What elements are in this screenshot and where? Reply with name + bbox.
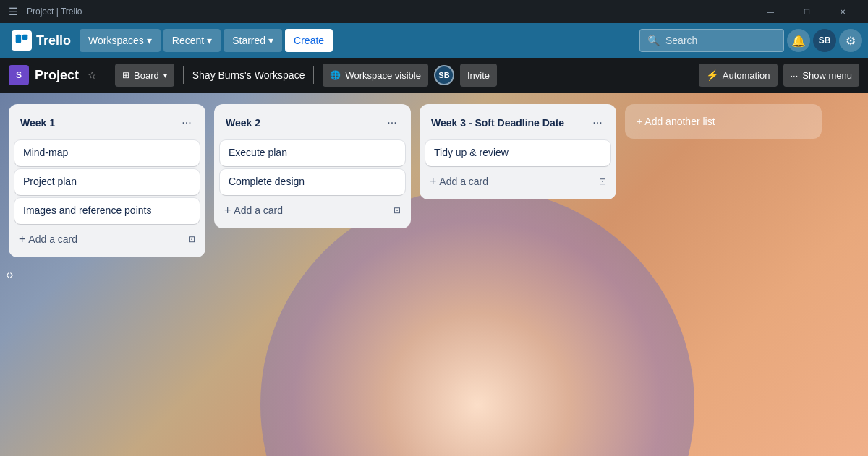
list-week2: Week 2 ··· Execute plan ⤢ Complete desig… <box>214 104 411 228</box>
card-text: Execute plan <box>229 146 389 160</box>
star-icon[interactable]: ☆ <box>88 69 97 81</box>
list-title-week2: Week 2 <box>226 117 382 129</box>
list-header-week2: Week 2 ··· <box>220 110 405 136</box>
list-header-week1: Week 1 ··· <box>14 110 200 136</box>
template-icon: ⊡ <box>599 176 606 186</box>
list-week3: Week 3 - Soft Deadline Date ··· Tidy up … <box>420 104 616 199</box>
add-card-button-week3[interactable]: + Add a card ⊡ <box>425 169 610 194</box>
search-input[interactable] <box>665 35 776 46</box>
workspaces-button[interactable]: Workspaces ▾ <box>80 29 161 52</box>
notifications-button[interactable]: 🔔 <box>787 29 810 52</box>
trello-logo-icon <box>12 30 32 51</box>
card-execute-plan[interactable]: Execute plan ⤢ <box>220 140 405 166</box>
list-menu-button-week2[interactable]: ··· <box>382 113 402 133</box>
card-complete-design[interactable]: Complete design ⤢ <box>220 169 405 195</box>
app-navbar: Trello Workspaces ▾ Recent ▾ Starred ▾ C… <box>0 23 868 58</box>
plus-icon: + <box>19 233 25 246</box>
svg-rect-0 <box>16 35 22 43</box>
window-title: Project | Trello <box>27 7 82 17</box>
list-title-week1: Week 1 <box>20 117 176 129</box>
show-menu-button[interactable]: ··· Show menu <box>783 64 860 87</box>
board-header: S Project ☆ ⊞ Board ▾ Shay Burns's Works… <box>0 58 868 93</box>
user-avatar[interactable]: SB <box>813 29 836 52</box>
svg-rect-1 <box>22 35 28 40</box>
plus-icon: + <box>224 204 231 217</box>
maximize-button[interactable]: ☐ <box>790 0 823 23</box>
template-icon: ⊡ <box>393 205 401 215</box>
minimize-button[interactable]: — <box>754 0 787 23</box>
chevron-down-icon: ▾ <box>163 72 167 79</box>
board-name[interactable]: Project <box>35 68 79 83</box>
search-box[interactable]: 🔍 <box>639 29 784 52</box>
starred-button[interactable]: Starred ▾ <box>224 29 282 52</box>
card-text: Tidy up & review <box>434 146 595 160</box>
divider3 <box>313 66 314 84</box>
member-avatar[interactable]: SB <box>434 65 454 85</box>
divider2 <box>183 66 184 84</box>
gear-icon: ⚙ <box>846 34 856 48</box>
ellipsis-icon: ··· <box>791 70 799 81</box>
search-icon: 🔍 <box>647 35 660 46</box>
hamburger-icon[interactable]: ☰ <box>9 6 18 17</box>
chevron-down-icon: ▾ <box>147 35 152 46</box>
card-project-plan[interactable]: Project plan ⤢ <box>14 169 200 195</box>
add-list-button[interactable]: + Add another list <box>625 104 822 139</box>
automation-button[interactable]: ⚡ Automation <box>699 64 778 87</box>
template-icon: ⊡ <box>188 234 195 244</box>
card-text: Images and reference points <box>23 204 184 218</box>
lists-container: Week 1 ··· Mind-map ⤢ Project plan ⤢ Ima… <box>0 93 868 456</box>
settings-button[interactable]: ⚙ <box>839 29 862 52</box>
globe-icon: 🌐 <box>330 70 341 80</box>
chevron-down-icon: ▾ <box>207 35 212 46</box>
divider <box>106 66 106 84</box>
add-card-button-week1[interactable]: + Add a card ⊡ <box>14 227 200 251</box>
list-week1: Week 1 ··· Mind-map ⤢ Project plan ⤢ Ima… <box>9 104 205 257</box>
board-view-button[interactable]: ⊞ Board ▾ <box>115 64 174 87</box>
trello-wordmark: Trello <box>36 33 71 48</box>
chevron-down-icon: ▾ <box>268 35 273 46</box>
plus-icon: + <box>430 175 436 188</box>
trello-logo[interactable]: Trello <box>6 30 77 51</box>
bell-icon: 🔔 <box>791 34 806 48</box>
board-grid-icon: ⊞ <box>122 70 129 80</box>
workspace-name: Shay Burns's Workspace <box>192 69 305 81</box>
add-card-button-week2[interactable]: + Add a card ⊡ <box>220 198 405 223</box>
card-tidy-up-review[interactable]: Tidy up & review ⤢ <box>425 140 610 166</box>
invite-button[interactable]: Invite <box>460 64 497 87</box>
list-header-week3: Week 3 - Soft Deadline Date ··· <box>425 110 610 136</box>
lightning-icon: ⚡ <box>706 69 718 81</box>
card-images-reference[interactable]: Images and reference points ⤢ <box>14 198 200 224</box>
recent-button[interactable]: Recent ▾ <box>163 29 221 52</box>
close-button[interactable]: ✕ <box>826 0 859 23</box>
card-text: Complete design <box>229 175 389 189</box>
list-menu-button-week3[interactable]: ··· <box>587 113 608 133</box>
window-controls: — ☐ ✕ <box>754 0 859 23</box>
workspace-icon: S <box>9 65 29 85</box>
list-title-week3: Week 3 - Soft Deadline Date <box>431 117 587 129</box>
card-mind-map[interactable]: Mind-map ⤢ <box>14 140 200 166</box>
card-text: Project plan <box>23 175 184 189</box>
create-button[interactable]: Create <box>285 29 333 52</box>
list-menu-button-week1[interactable]: ··· <box>176 113 197 133</box>
card-text: Mind-map <box>23 146 184 160</box>
visibility-button[interactable]: 🌐 Workspace visible <box>323 64 428 87</box>
titlebar: ☰ Project | Trello — ☐ ✕ <box>0 0 868 23</box>
board-area: ‹› Week 1 ··· Mind-map ⤢ Project plan ⤢ … <box>0 93 868 456</box>
